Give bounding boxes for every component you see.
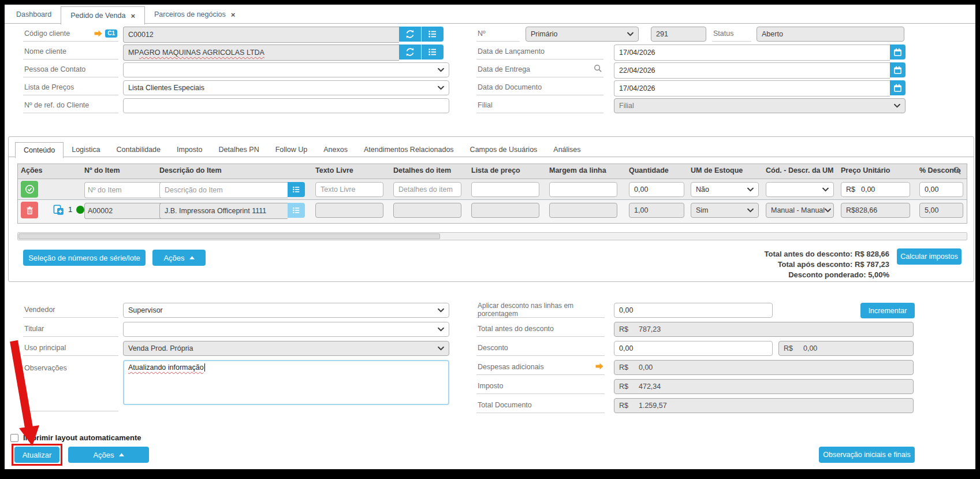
data-documento-input[interactable] [614,80,890,96]
tab-dashboard[interactable]: Dashboard [7,6,61,23]
data-entrega-input[interactable] [614,62,890,79]
col-margem: Margem da linha [549,166,606,174]
filial-select[interactable]: Filial [614,98,906,113]
vendedor-value: Supervisor [128,306,163,314]
tab-logistica[interactable]: Logistica [64,142,108,157]
chevron-down-icon [747,187,754,192]
choose-from-list-button[interactable] [288,203,305,218]
data-lancamento-input[interactable] [614,44,890,61]
entry-desc-input[interactable] [159,182,288,198]
confirm-line-button[interactable] [21,181,38,198]
entry-desc-group [159,182,305,197]
tab-pedido-de-venda[interactable]: Pedido de Venda × [61,6,145,25]
col-num-item: Nº do Item [84,166,120,174]
codigo-cliente-input[interactable] [123,27,399,43]
tab-analises[interactable]: Análises [545,142,588,157]
close-icon[interactable]: × [131,12,135,20]
tab-campos-usuarios[interactable]: Campos de Usuários [462,142,546,157]
row-detalhes-input[interactable] [393,203,461,218]
table-acoes-button[interactable]: Ações [152,250,206,266]
tab-detalhes-pn[interactable]: Detalhes PN [210,142,267,157]
refresh-icon [405,47,415,57]
lista-precos-select[interactable]: Lista Clientes Especiais [123,80,449,95]
tab-imposto[interactable]: Imposto [169,142,210,157]
num-ref-input[interactable] [123,98,449,113]
entry-detalhes-input[interactable] [393,182,461,197]
tab-parceiros[interactable]: Parceiros de negócios × [145,6,244,23]
customer-badge[interactable]: C1 [105,29,117,38]
entry-lista-input[interactable] [471,182,539,197]
choose-from-list-button[interactable] [288,182,305,197]
atualizar-button[interactable]: Atualizar [14,447,59,463]
uso-principal-select[interactable]: Venda Prod. Própria [123,341,449,356]
entry-quantidade-input[interactable] [629,182,684,197]
entry-preco-input[interactable]: R$0,00 [841,182,910,197]
row-preco-input[interactable] [841,203,910,218]
entry-texto-input[interactable] [315,182,383,197]
doc-number-input[interactable] [651,27,706,42]
row-margem-input[interactable] [549,203,617,218]
row-um-select[interactable]: Sim [691,203,759,218]
tab-follow-up[interactable]: Follow Up [267,142,316,157]
calendar-button[interactable] [890,62,906,77]
close-icon[interactable]: × [231,11,236,18]
observacao-iniciais-label: Observação iniciais e finais [823,451,910,459]
despesas-label-text: Despesas adicionais [478,363,544,371]
observacoes-textarea[interactable]: Atualizando informação [123,360,449,405]
tab-conteudo[interactable]: Conteúdo [15,142,64,158]
status-input[interactable] [757,27,904,42]
entry-um-select[interactable]: Não [691,182,759,197]
tab-analises-label: Análises [553,146,580,154]
aplicar-desconto-input[interactable] [614,303,773,318]
nome-cliente-input[interactable]: MP AGRO MAQUINAS AGRICOLAS LTDA [123,44,399,61]
entry-desconto-input[interactable] [919,182,963,197]
table-hscrollbar-thumb[interactable] [18,233,440,239]
search-icon[interactable] [953,166,962,177]
footer-acoes-button[interactable]: Ações [68,447,149,463]
row-desc-input[interactable] [159,203,288,219]
entry-margem-input[interactable] [549,182,617,197]
duplicate-line-button[interactable] [53,205,64,218]
choose-from-list-button[interactable] [422,27,444,42]
observacao-iniciais-button[interactable]: Observação iniciais e finais [819,447,915,463]
total-antes-label-text: Total antes do desconto [478,325,554,333]
calendar-button[interactable] [890,80,906,95]
tab-contabilidade[interactable]: Contabilidade [109,142,169,157]
chevron-down-icon [627,32,634,36]
pessoa-contato-select[interactable] [123,62,449,77]
incrementar-button[interactable]: Incrementar [860,303,915,318]
serie-select[interactable]: Primário [526,27,639,42]
row-quantidade-input[interactable] [629,203,684,218]
calcular-impostos-button[interactable]: Calcular impostos [897,248,962,265]
row-lista-input[interactable] [471,203,539,218]
calendar-icon [893,84,902,92]
desconto-input[interactable] [614,341,773,356]
entry-cod-um-select[interactable] [766,182,834,197]
table-hscrollbar-track[interactable] [17,232,967,240]
tab-anexos-label: Anexos [323,146,348,154]
titular-select[interactable] [123,322,449,337]
nome-cliente-label-text: Nome cliente [24,47,66,55]
codigo-cliente-label: Código cliente C1 [23,27,118,42]
row-cod-um-value: Manual - Manual [771,206,825,214]
row-desconto-input[interactable] [919,203,963,218]
search-icon[interactable] [594,64,602,75]
imprimir-checkbox[interactable] [10,434,18,442]
choose-from-list-button[interactable] [422,44,444,60]
row-texto-input[interactable] [315,203,383,218]
row-cod-um-select[interactable]: Manual - Manual [766,203,834,218]
arrow-right-icon[interactable] [595,363,603,372]
refresh-button[interactable] [399,44,421,60]
calendar-button[interactable] [890,44,906,60]
list-icon [292,206,300,214]
data-lancamento-group [614,44,906,60]
aplicar-desconto-label-text: Aplicar desconto nas linhas em porcentag… [478,302,603,318]
vendedor-select[interactable]: Supervisor [123,303,449,318]
col-cod-descr-um: Cód. - Descr. da UM [766,166,833,174]
refresh-button[interactable] [399,27,421,42]
tab-atendimentos[interactable]: Atendimentos Relacionados [356,142,462,157]
serial-lote-button[interactable]: Seleção de números de série/lote [23,250,146,266]
tab-anexos[interactable]: Anexos [315,142,356,157]
delete-line-button[interactable] [21,202,38,218]
pessoa-contato-label-text: Pessoa de Contato [24,65,85,73]
